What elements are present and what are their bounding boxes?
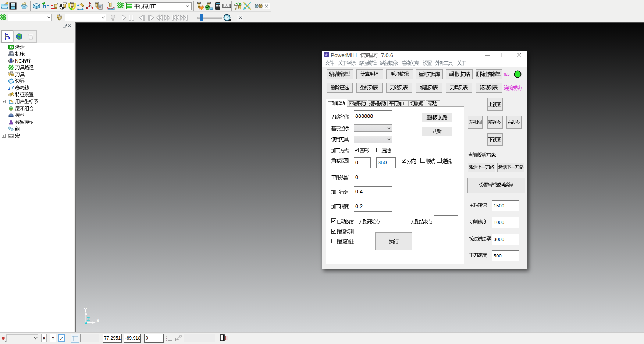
svg-text:Y: Y [84,307,87,313]
svg-text:z: z [166,339,167,341]
svg-text:Z: Z [86,316,90,322]
svg-text:X: X [96,318,100,323]
